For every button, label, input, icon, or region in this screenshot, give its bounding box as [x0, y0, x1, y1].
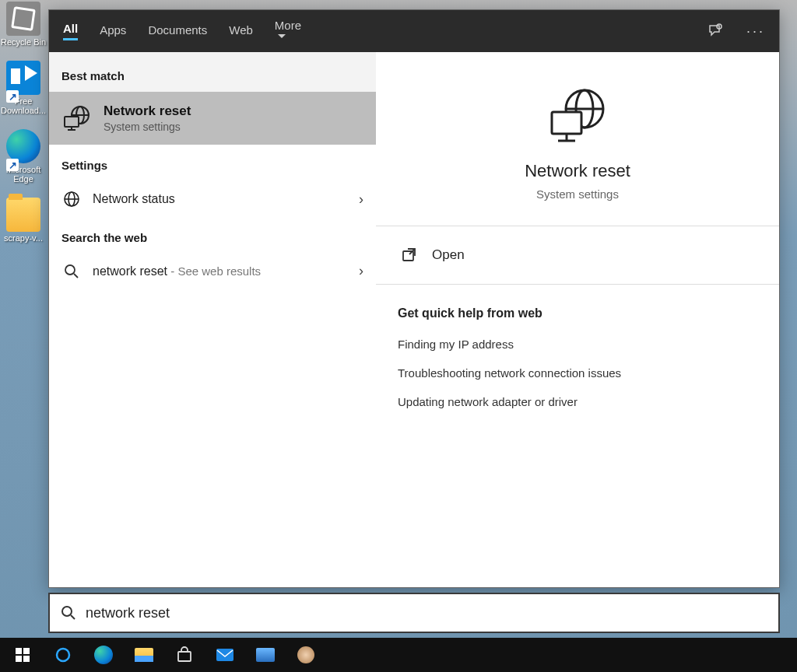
desktop: Recycle Bin ↗ Free Download... ↗ Microso… — [0, 0, 48, 638]
start-button[interactable] — [3, 638, 42, 672]
taskbar — [0, 638, 797, 672]
results-list: Best match Network reset System settings — [49, 52, 376, 587]
section-header-settings: Settings — [49, 145, 376, 181]
chevron-right-icon: › — [359, 191, 363, 208]
mail-icon — [216, 648, 234, 662]
svg-rect-24 — [216, 649, 233, 661]
desktop-icon-label: Recycle Bin — [0, 37, 47, 47]
desktop-icon-fdm[interactable]: ↗ Free Download... — [0, 61, 47, 115]
shortcut-arrow-icon: ↗ — [6, 159, 19, 171]
desktop-icon-recycle-bin[interactable]: Recycle Bin — [0, 2, 47, 47]
preview-title: Network reset — [398, 161, 757, 181]
web-query-text: network reset — [93, 264, 167, 278]
recycle-bin-icon — [6, 2, 40, 36]
globe-icon — [61, 191, 82, 208]
chevron-down-icon — [277, 32, 286, 41]
tab-all[interactable]: All — [63, 22, 78, 40]
web-query-suffix: - See web results — [167, 264, 261, 278]
tab-apps[interactable]: Apps — [100, 23, 126, 40]
best-match-subtitle: System settings — [104, 121, 191, 133]
taskbar-app-1[interactable] — [246, 638, 285, 672]
tab-more-label: More — [275, 19, 301, 32]
svg-point-22 — [57, 649, 69, 661]
svg-point-20 — [62, 607, 72, 616]
network-reset-icon — [546, 85, 609, 147]
windows-logo-icon — [16, 648, 30, 662]
more-options-icon[interactable]: ··· — [746, 23, 765, 40]
svg-rect-23 — [178, 652, 191, 661]
shortcut-arrow-icon: ↗ — [6, 90, 19, 103]
tab-web[interactable]: Web — [229, 23, 253, 40]
search-bar[interactable] — [48, 593, 780, 633]
best-match-title: Network reset — [104, 103, 191, 119]
best-match-result[interactable]: Network reset System settings — [49, 92, 376, 145]
svg-rect-15 — [552, 112, 581, 134]
folder-icon — [6, 198, 40, 232]
desktop-icon-edge[interactable]: ↗ Microsoft Edge — [0, 129, 47, 184]
taskbar-cortana[interactable] — [44, 638, 83, 672]
open-external-icon — [401, 247, 418, 264]
open-button[interactable]: Open — [398, 226, 757, 284]
tab-more[interactable]: More — [275, 19, 301, 44]
search-results-panel: All Apps Documents Web More ··· Best mat… — [48, 9, 780, 588]
app-icon — [297, 646, 314, 663]
file-explorer-icon — [135, 648, 153, 662]
open-label: Open — [432, 247, 465, 263]
store-icon — [176, 646, 193, 663]
desktop-icon-label: scrapy-v... — [0, 233, 47, 243]
search-icon — [61, 605, 76, 621]
section-header-best-match: Best match — [49, 52, 376, 92]
row-label: network reset - See web results — [93, 264, 348, 278]
svg-line-11 — [74, 274, 78, 278]
preview-subtitle: System settings — [398, 187, 757, 201]
chevron-right-icon: › — [359, 263, 363, 279]
tab-documents[interactable]: Documents — [148, 23, 207, 40]
help-link[interactable]: Finding my IP address — [398, 330, 757, 359]
network-reset-icon — [61, 103, 93, 134]
taskbar-store[interactable] — [165, 638, 204, 672]
search-tabs: All Apps Documents Web More ··· — [49, 10, 779, 52]
feedback-icon[interactable] — [707, 23, 723, 39]
taskbar-file-explorer[interactable] — [125, 638, 163, 672]
result-preview-pane: Network reset System settings Open Get q… — [376, 52, 779, 587]
svg-point-10 — [65, 265, 75, 275]
app-icon — [256, 648, 275, 662]
search-icon — [61, 264, 82, 279]
svg-rect-4 — [65, 117, 79, 127]
row-label: Network status — [93, 192, 348, 206]
section-header-search-web: Search the web — [49, 217, 376, 254]
settings-result-network-status[interactable]: Network status › — [49, 181, 376, 217]
help-link[interactable]: Updating network adapter or driver — [398, 387, 757, 416]
edge-icon — [94, 646, 113, 664]
desktop-icon-folder[interactable]: scrapy-v... — [0, 198, 47, 243]
help-link[interactable]: Troubleshooting network connection issue… — [398, 359, 757, 387]
taskbar-app-2[interactable] — [286, 638, 325, 672]
quick-help-header: Get quick help from web — [398, 285, 757, 330]
search-input[interactable] — [86, 605, 767, 621]
taskbar-mail[interactable] — [205, 638, 244, 672]
web-result-network-reset[interactable]: network reset - See web results › — [49, 254, 376, 289]
taskbar-edge[interactable] — [84, 638, 123, 672]
cortana-icon — [55, 647, 71, 663]
svg-line-21 — [71, 615, 75, 619]
